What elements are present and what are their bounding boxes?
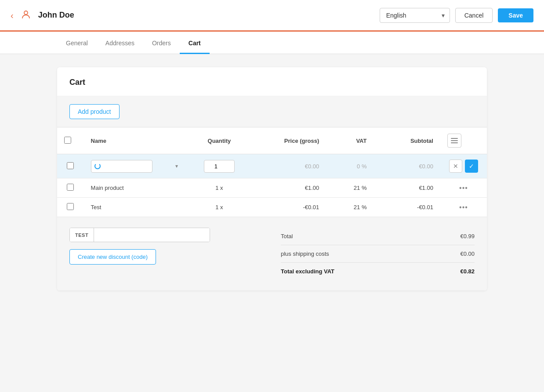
col-header-subtotal: Subtotal bbox=[374, 127, 440, 154]
add-product-button[interactable]: Add product bbox=[69, 104, 120, 119]
language-select[interactable]: English bbox=[380, 8, 450, 23]
tab-cart[interactable]: Cart bbox=[180, 32, 210, 54]
new-row-checkbox[interactable] bbox=[67, 162, 74, 169]
confirm-button[interactable]: ✓ bbox=[465, 160, 478, 173]
new-row-action-buttons: ✕ ✓ bbox=[447, 160, 480, 173]
new-row-subtotal: €0.00 bbox=[374, 154, 440, 178]
new-row-check bbox=[57, 154, 84, 178]
total-row-0: Total €0.99 bbox=[281, 228, 475, 245]
row-subtotal-1: -€0.01 bbox=[374, 198, 440, 217]
total-row-2: Total excluding VAT €0.82 bbox=[281, 263, 475, 280]
col-header-price: Price (gross) bbox=[250, 127, 326, 154]
row-vat-1: 21 % bbox=[326, 198, 374, 217]
language-selector[interactable]: English bbox=[380, 8, 450, 23]
row-name-1: Test bbox=[84, 198, 189, 217]
header-menu-icon[interactable] bbox=[447, 134, 461, 148]
cancel-button[interactable]: Cancel bbox=[455, 8, 493, 23]
totals-section: Total €0.99 plus shipping costs €0.00 To… bbox=[272, 228, 475, 280]
row-check-1 bbox=[57, 198, 84, 217]
select-chevron-icon: ▾ bbox=[175, 163, 178, 169]
row-price-0: €1.00 bbox=[250, 178, 326, 198]
table-row: Main product 1 x €1.00 21 % €1.00 ••• bbox=[57, 178, 487, 198]
new-row-name: ▾ bbox=[84, 154, 189, 178]
create-discount-button[interactable]: Create new discount (code) bbox=[69, 249, 156, 265]
svg-rect-3 bbox=[451, 142, 458, 143]
new-row-vat: 0 % bbox=[326, 154, 374, 178]
row-name-0: Main product bbox=[84, 178, 189, 198]
total-value-1: €0.00 bbox=[460, 250, 475, 257]
col-header-name: Name bbox=[84, 127, 189, 154]
discount-code-input[interactable] bbox=[94, 228, 210, 242]
svg-point-0 bbox=[24, 11, 28, 15]
row-dots-menu-1[interactable]: ••• bbox=[459, 203, 468, 211]
total-label-2: Total excluding VAT bbox=[281, 268, 334, 275]
cart-table: Name Quantity Price (gross) VAT Subtotal bbox=[57, 127, 487, 217]
new-product-row: ▾ €0.00 0 % €0.00 ✕ ✓ bbox=[57, 154, 487, 178]
row-vat-0: 21 % bbox=[326, 178, 374, 198]
row-checkbox-0[interactable] bbox=[67, 184, 74, 191]
new-row-price: €0.00 bbox=[250, 154, 326, 178]
discount-prefix: TEST bbox=[70, 228, 94, 242]
row-actions-0: ••• bbox=[440, 178, 487, 198]
new-row-actions: ✕ ✓ bbox=[440, 154, 487, 178]
discount-section: TEST Create new discount (code) bbox=[69, 228, 272, 280]
total-label-0: Total bbox=[281, 233, 293, 240]
total-value-2: €0.82 bbox=[460, 268, 475, 275]
new-row-qty bbox=[189, 154, 250, 178]
discard-button[interactable]: ✕ bbox=[449, 160, 462, 173]
cart-card: Cart Add product Name Quantity Price (gr… bbox=[57, 67, 487, 290]
total-value-0: €0.99 bbox=[460, 233, 475, 240]
page-title: John Doe bbox=[38, 11, 373, 20]
svg-rect-1 bbox=[451, 138, 458, 139]
row-price-1: -€0.01 bbox=[250, 198, 326, 217]
tabs: General Addresses Orders Cart bbox=[57, 32, 487, 54]
tab-addresses[interactable]: Addresses bbox=[97, 32, 143, 54]
row-check-0 bbox=[57, 178, 84, 198]
cart-footer: TEST Create new discount (code) Total €0… bbox=[57, 217, 487, 290]
tab-general[interactable]: General bbox=[57, 32, 97, 54]
product-select-wrapper: ▾ bbox=[91, 160, 181, 173]
row-qty-1: 1 x bbox=[189, 198, 250, 217]
total-label-1: plus shipping costs bbox=[281, 250, 329, 257]
col-header-quantity: Quantity bbox=[189, 127, 250, 154]
col-header-actions bbox=[440, 127, 487, 154]
cart-title: Cart bbox=[69, 78, 85, 87]
col-header-check bbox=[57, 127, 84, 154]
loading-spinner bbox=[94, 163, 101, 169]
back-icon[interactable]: ‹ bbox=[11, 11, 14, 20]
row-actions-1: ••• bbox=[440, 198, 487, 217]
header-actions: English Cancel Save bbox=[380, 8, 533, 23]
row-dots-menu-0[interactable]: ••• bbox=[459, 184, 468, 192]
header: ‹ John Doe English Cancel Save bbox=[0, 0, 544, 32]
cart-card-header: Cart bbox=[57, 67, 487, 96]
table-row: Test 1 x -€0.01 21 % -€0.01 ••• bbox=[57, 198, 487, 217]
add-product-bar: Add product bbox=[57, 96, 487, 127]
quantity-input[interactable] bbox=[204, 160, 235, 173]
tabs-container: General Addresses Orders Cart bbox=[0, 32, 544, 54]
discount-input-wrapper: TEST bbox=[69, 228, 210, 242]
total-row-1: plus shipping costs €0.00 bbox=[281, 245, 475, 263]
svg-rect-2 bbox=[451, 140, 458, 141]
col-header-vat: VAT bbox=[326, 127, 374, 154]
row-subtotal-0: €1.00 bbox=[374, 178, 440, 198]
save-button[interactable]: Save bbox=[498, 8, 533, 22]
tab-orders[interactable]: Orders bbox=[143, 32, 180, 54]
user-icon bbox=[21, 9, 31, 22]
row-checkbox-1[interactable] bbox=[67, 203, 74, 210]
select-all-checkbox[interactable] bbox=[64, 137, 71, 144]
row-qty-0: 1 x bbox=[189, 178, 250, 198]
main-content: Cart Add product Name Quantity Price (gr… bbox=[0, 54, 544, 389]
